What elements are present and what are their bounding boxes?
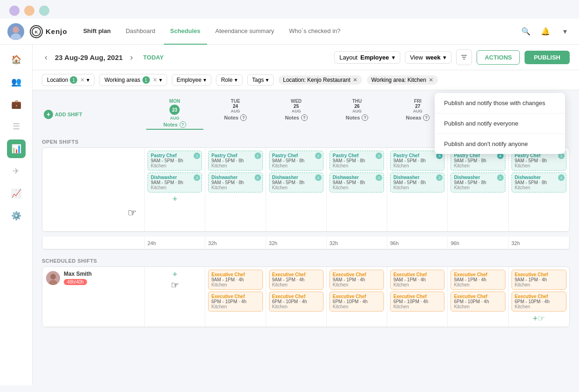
employee-cell-wed: Executive Chef 9AM - 1PM · 4h Kitchen Ex… xyxy=(266,267,327,327)
dishwasher-card-tue[interactable]: 2 Dishwasher 9AM - 5PM · 8h Kitchen xyxy=(208,173,263,193)
cursor-icon-mon: ☞ xyxy=(148,279,202,291)
date-header-thu: THU 26 AUG Notes ? xyxy=(327,95,388,133)
bell-icon[interactable]: 🔔 xyxy=(539,25,552,38)
layout-select[interactable]: Layout Employee ▾ xyxy=(334,51,400,64)
sidebar-item-settings[interactable]: ⚙️ xyxy=(7,206,26,225)
today-button[interactable]: TODAY xyxy=(143,54,164,61)
exec-chef-pm-tue[interactable]: Executive Chef 6PM - 10PM · 4h Kitchen xyxy=(208,292,263,312)
scheduled-shifts-grid: Max Smith 48h/40h + ☞ xyxy=(42,266,570,327)
add-shift-button[interactable]: + ADD SHIFT xyxy=(42,108,84,121)
pastry-chef-card-fri[interactable]: 4 Pastry Chef 9AM - 5PM · 8h Kitchen xyxy=(390,151,444,171)
pastry-badge-mon: 1 xyxy=(194,153,200,159)
scheduled-shifts-section: SCHEDULED SHIFTS Max Smith 48h xyxy=(42,252,570,327)
sidebar: 🏠 👥 💼 ☰ 📊 ✈ 📈 ⚙️ xyxy=(0,45,33,385)
role-chevron-icon: ▾ xyxy=(235,77,237,83)
notes-wed[interactable]: Notes ? xyxy=(268,114,325,121)
sidebar-item-list[interactable]: ☰ xyxy=(7,117,26,136)
working-areas-x-icon[interactable]: ✕ xyxy=(153,77,157,83)
pastry-loc-mon: Kitchen xyxy=(151,163,199,168)
active-location-x-icon[interactable]: ✕ xyxy=(353,77,357,83)
open-shift-cell-wed: 2 Pastry Chef 9AM - 5PM · 8h Kitchen 2 D… xyxy=(266,148,327,232)
active-working-area-x-icon[interactable]: ✕ xyxy=(429,77,433,83)
next-week-button[interactable]: › xyxy=(128,52,136,63)
exec-chef-pm-wed[interactable]: Executive Chef 6PM - 10PM · 4h Kitchen xyxy=(269,292,323,312)
exec-chef-am-thu[interactable]: Executive Chef 9AM - 1PM · 4h Kitchen xyxy=(330,270,384,290)
employee-cell-fri: Executive Chef 9AM - 1PM · 4h Kitchen Ex… xyxy=(387,267,448,327)
employee-cell-sat: Executive Chef 9AM - 1PM · 4h Kitchen Ex… xyxy=(448,267,508,327)
employee-chevron-icon: ▾ xyxy=(203,77,206,83)
exec-chef-am-wed[interactable]: Executive Chef 9AM - 1PM · 4h Kitchen xyxy=(269,270,323,290)
hours-tue: 32h xyxy=(205,237,266,249)
avatar[interactable] xyxy=(7,23,24,40)
pastry-chef-card-tue[interactable]: 2 Pastry Chef 9AM - 5PM · 8h Kitchen xyxy=(208,151,263,171)
sidebar-item-bar-chart[interactable]: 📈 xyxy=(7,184,26,203)
sidebar-item-people[interactable]: 👥 xyxy=(7,73,26,91)
publish-no-notify[interactable]: Publish and don't notify anyone xyxy=(435,134,565,154)
dishwasher-card-fri[interactable]: 2 Dishwasher 9AM - 5PM · 8h Kitchen xyxy=(390,173,444,193)
location-filter[interactable]: Location 1 ✕ ▾ xyxy=(42,74,94,86)
exec-chef-am-sat[interactable]: Executive Chef 9AM - 1PM · 4h Kitchen xyxy=(451,270,505,290)
notes-tue[interactable]: Notes ? xyxy=(207,114,264,121)
search-icon[interactable]: 🔍 xyxy=(519,25,532,38)
pastry-chef-card-wed[interactable]: 2 Pastry Chef 9AM - 5PM · 8h Kitchen xyxy=(269,151,323,171)
active-working-area-filter: Working area: Kitchen ✕ xyxy=(367,75,438,85)
publish-notify-everyone[interactable]: Publish and notify everyone xyxy=(435,113,565,134)
notes-thu[interactable]: Notes ? xyxy=(329,114,386,121)
sidebar-item-briefcase[interactable]: 💼 xyxy=(7,95,26,113)
exec-chef-am-sun[interactable]: Executive Chef 9AM - 1PM · 4h Kitchen xyxy=(512,270,566,290)
dishwasher-badge-thu: 2 xyxy=(376,174,382,181)
toolbar: ‹ 23 Aug-29 Aug, 2021 › TODAY Layout Emp… xyxy=(33,45,579,70)
dishwasher-card-wed[interactable]: 2 Dishwasher 9AM - 5PM · 8h Kitchen xyxy=(269,173,323,193)
role-filter[interactable]: Role ▾ xyxy=(216,74,242,86)
dishwasher-card-sat[interactable]: 2 Dishwasher 9AM - 5PM · 8h Kitchen xyxy=(451,173,505,193)
dishwasher-card-mon[interactable]: 2 Dishwasher 9AM - 5PM · 8h Kitchen xyxy=(148,173,202,193)
exec-chef-am-fri[interactable]: Executive Chef 9AM - 1PM · 4h Kitchen xyxy=(390,270,444,290)
sidebar-item-chart[interactable]: 📊 xyxy=(7,140,26,158)
dishwasher-card-thu[interactable]: 2 Dishwasher 9AM - 5PM · 8h Kitchen xyxy=(330,173,384,193)
employee-filter[interactable]: Employee ▾ xyxy=(172,74,211,86)
tab-checked-in[interactable]: Who´s checked in? xyxy=(283,19,347,45)
employee-cell-tue: Executive Chef 9AM - 1PM · 4h Kitchen Ex… xyxy=(205,267,266,327)
publish-notify-changes[interactable]: Publish and notify those with changes xyxy=(435,93,565,113)
sidebar-item-plane[interactable]: ✈ xyxy=(7,162,26,180)
navbar: K Kenjo Shift plan Dashboard Schedules A… xyxy=(0,19,579,45)
cursor-icon: ☞ xyxy=(128,207,137,219)
dishwasher-title-mon: Dishwasher xyxy=(151,175,199,180)
tab-schedules[interactable]: Schedules xyxy=(164,19,207,45)
add-shift-label: ADD SHIFT xyxy=(55,112,82,117)
employee-cell-mon: + ☞ xyxy=(145,267,205,327)
sidebar-item-home[interactable]: 🏠 xyxy=(7,50,26,69)
pastry-time-mon: 9AM - 5PM · 8h xyxy=(151,158,199,163)
view-select[interactable]: View week ▾ xyxy=(405,51,452,64)
tab-shift-plan[interactable]: Shift plan xyxy=(77,19,117,45)
exec-chef-pm-sun[interactable]: Executive Chef 6PM - 10PM · 4h Kitchen xyxy=(512,292,566,312)
active-working-area-text: Working area: Kitchen xyxy=(371,77,426,83)
notes-mon[interactable]: Notes ? xyxy=(146,121,203,130)
date-header-mon: MON 23 AUG Notes ? xyxy=(144,95,205,133)
active-location-text: Location: Kenjo Restaurant xyxy=(283,77,350,83)
exec-chef-pm-sat[interactable]: Executive Chef 6PM - 10PM · 4h Kitchen xyxy=(451,292,505,312)
pastry-chef-card-thu[interactable]: 2 Pastry Chef 9AM - 5PM · 8h Kitchen xyxy=(330,151,384,171)
view-label: View xyxy=(410,54,423,61)
location-x-icon[interactable]: ✕ xyxy=(80,77,85,83)
exec-chef-pm-thu[interactable]: Executive Chef 6PM - 10PM · 4h Kitchen xyxy=(330,292,384,312)
open-shift-cell-fri: 4 Pastry Chef 9AM - 5PM · 8h Kitchen 2 D… xyxy=(387,148,448,232)
actions-button[interactable]: ACTIONS xyxy=(477,50,520,65)
add-employee-shift-sun[interactable]: + ☞ xyxy=(512,313,566,324)
working-areas-filter[interactable]: Working areas 1 ✕ ▾ xyxy=(99,74,167,86)
add-employee-shift-mon[interactable]: + xyxy=(148,270,202,279)
chevron-down-icon[interactable]: ▾ xyxy=(559,25,572,38)
dishwasher-card-sun[interactable]: 2 Dishwasher 9AM - 5PM · 8h Kitchen xyxy=(512,173,566,193)
prev-week-button[interactable]: ‹ xyxy=(42,52,50,63)
exec-chef-am-tue[interactable]: Executive Chef 9AM - 1PM · 4h Kitchen xyxy=(208,270,263,290)
tab-dashboard[interactable]: Dashboard xyxy=(119,19,162,45)
add-open-shift-mon[interactable]: + xyxy=(148,194,202,204)
pastry-chef-card-mon[interactable]: 1 Pastry Chef 9AM - 5PM · 8h Kitchen xyxy=(148,151,202,171)
role-label: Role xyxy=(221,77,233,83)
publish-dropdown: Publish and notify those with changes Pu… xyxy=(435,93,565,154)
publish-button[interactable]: PUBLISH xyxy=(525,51,570,64)
tab-attendance[interactable]: Ateendance summary xyxy=(209,19,281,45)
tags-filter[interactable]: Tags ▾ xyxy=(247,74,274,86)
exec-chef-pm-fri[interactable]: Executive Chef 6PM - 10PM · 4h Kitchen xyxy=(390,292,444,312)
filter-button[interactable] xyxy=(456,49,472,65)
